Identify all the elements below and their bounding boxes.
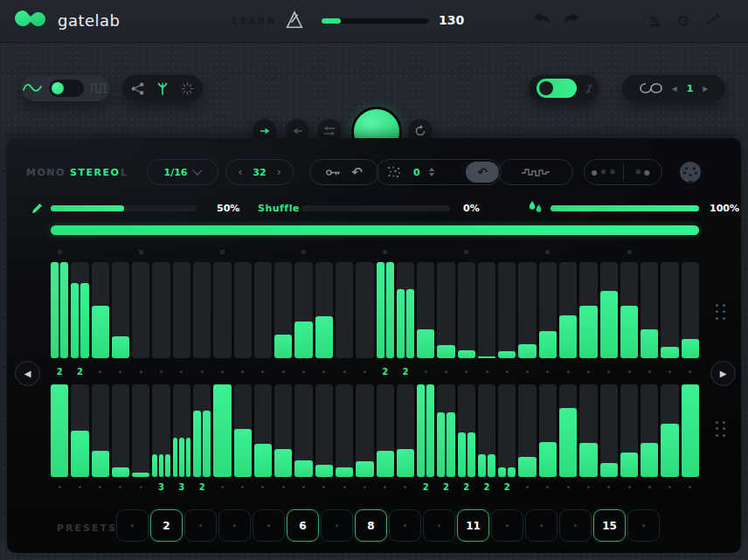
preset-slot-5[interactable] [253, 509, 285, 542]
repeat-count[interactable] [71, 480, 88, 493]
repeat-count[interactable] [498, 365, 516, 377]
step-bar[interactable] [377, 262, 384, 358]
step-bar[interactable] [620, 306, 638, 359]
step-slot[interactable] [274, 262, 292, 358]
step-bar[interactable] [386, 262, 394, 358]
repeat-count[interactable] [539, 480, 557, 493]
repeat-count[interactable] [620, 365, 638, 377]
step-bar[interactable] [397, 449, 414, 477]
step-bar[interactable] [112, 336, 129, 358]
step-slot[interactable] [294, 262, 312, 358]
repeat-count[interactable] [173, 365, 190, 377]
repeat-count[interactable] [437, 365, 454, 377]
humanize-toggle[interactable] [537, 79, 577, 98]
metronome-icon[interactable] [285, 10, 304, 30]
repeat-count[interactable] [336, 480, 353, 493]
repeat-count[interactable] [315, 365, 333, 377]
step-slot[interactable] [274, 384, 292, 477]
step-bar[interactable] [447, 412, 454, 477]
shift-right-button[interactable]: ▶ [710, 361, 736, 386]
step-slot[interactable] [559, 384, 577, 477]
step-slot[interactable] [112, 384, 129, 477]
step-bar[interactable] [193, 411, 201, 477]
step-bar[interactable] [508, 467, 516, 477]
step-slot[interactable] [682, 384, 699, 477]
step-bar[interactable] [203, 411, 211, 477]
step-bar[interactable] [294, 321, 312, 358]
step-slot[interactable] [417, 384, 434, 477]
repeat-count[interactable] [600, 365, 618, 377]
step-slot[interactable] [152, 262, 170, 358]
repeat-count[interactable] [356, 365, 373, 377]
repeat-count[interactable] [559, 365, 577, 377]
step-bar[interactable] [173, 438, 177, 477]
sine-wave-icon[interactable] [23, 83, 42, 93]
repeat-count[interactable] [641, 480, 658, 493]
repeat-count[interactable] [600, 480, 618, 493]
step-slot[interactable] [661, 384, 678, 477]
step-bar[interactable] [661, 424, 678, 477]
step-slot[interactable] [254, 384, 272, 477]
pattern-length-bar[interactable] [51, 225, 699, 235]
step-bar[interactable] [661, 347, 678, 358]
step-bar[interactable] [518, 457, 536, 477]
step-slot[interactable] [377, 262, 394, 358]
stereo-label[interactable]: STEREO [70, 159, 120, 185]
step-slot[interactable] [518, 384, 536, 477]
repeat-count[interactable] [518, 365, 536, 377]
repeat-count[interactable] [539, 365, 557, 377]
step-bar[interactable] [620, 453, 638, 477]
midi-icon[interactable] [679, 161, 702, 183]
repeat-count[interactable] [478, 365, 495, 377]
learn-label[interactable]: LEARN [232, 16, 277, 27]
repeat-count[interactable] [112, 365, 129, 377]
step-bar[interactable] [458, 432, 466, 477]
step-bar[interactable] [406, 289, 414, 358]
waveform-shape-button[interactable] [498, 159, 573, 185]
repeat-count[interactable]: 2 [397, 365, 414, 377]
step-slot[interactable] [377, 384, 394, 477]
channel-label[interactable]: L [121, 159, 128, 185]
pitch-random-group[interactable]: 0 ↶ [376, 159, 502, 185]
loop-increment-arrow[interactable]: ▸ [703, 82, 708, 94]
repeat-count[interactable] [152, 365, 170, 377]
step-bar[interactable] [179, 438, 184, 477]
bpm-slider[interactable] [322, 18, 428, 24]
step-bar[interactable] [254, 444, 272, 477]
repeat-count[interactable] [132, 365, 149, 377]
bpm-value[interactable]: 130 [439, 13, 464, 27]
step-slot[interactable] [71, 384, 88, 477]
mono-label[interactable]: MONO [26, 159, 66, 185]
repeat-count[interactable] [559, 480, 577, 493]
repeat-count[interactable]: 2 [71, 365, 88, 377]
step-slot[interactable] [641, 262, 658, 358]
mix-slider[interactable] [551, 205, 699, 211]
step-slot[interactable] [132, 262, 149, 358]
repeat-count[interactable] [682, 480, 699, 493]
loop-decrement-arrow[interactable]: ◂ [672, 82, 677, 94]
repeat-count[interactable]: 2 [458, 480, 475, 493]
step-bar[interactable] [458, 350, 475, 358]
step-slot[interactable] [518, 262, 536, 358]
repeat-count[interactable]: 2 [417, 480, 434, 493]
step-bar[interactable] [356, 461, 373, 477]
step-slot[interactable] [579, 262, 597, 358]
step-slot[interactable] [579, 384, 597, 477]
step-bar[interactable] [294, 460, 312, 477]
branch-icon[interactable] [156, 81, 170, 95]
preset-slot-10[interactable] [423, 509, 455, 542]
shuffle-slider[interactable] [301, 205, 450, 211]
step-bar[interactable] [478, 454, 486, 478]
repeat-count[interactable] [294, 480, 312, 493]
repeat-count[interactable] [254, 365, 272, 377]
repeat-count[interactable] [112, 480, 129, 493]
repeat-count[interactable]: 2 [51, 365, 68, 377]
step-slot[interactable] [478, 262, 495, 358]
repeat-count[interactable] [274, 480, 292, 493]
undo-icon[interactable] [533, 12, 551, 30]
burst-icon[interactable] [181, 82, 194, 95]
repeat-count[interactable]: 3 [152, 480, 170, 493]
step-slot[interactable] [600, 384, 618, 477]
step-bar[interactable] [336, 467, 353, 477]
resize-icon[interactable] [706, 12, 724, 30]
